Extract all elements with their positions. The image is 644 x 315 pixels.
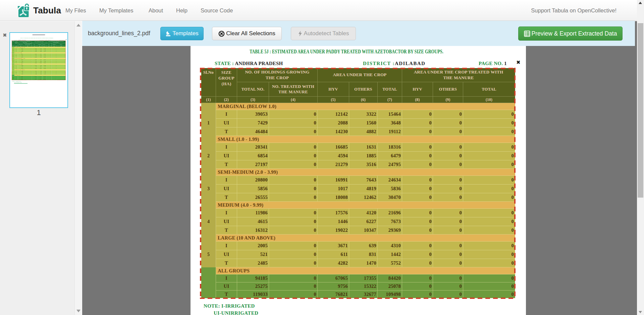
row-value-cell: 4882 <box>349 127 378 136</box>
row-value-cell: 0 <box>463 176 515 185</box>
scroll-down-icon[interactable] <box>76 310 80 312</box>
row-label-cell: T <box>216 259 237 267</box>
row-value-cell: 109498 <box>378 291 402 298</box>
row-value-cell: 0 <box>402 291 433 298</box>
row-value-cell: 0 <box>402 160 433 169</box>
row-label-cell: I <box>216 242 237 250</box>
row-label-cell: UI <box>216 185 237 193</box>
page-no-label: PAGE NO. <box>479 61 503 66</box>
row-value-cell: 0 <box>463 110 515 119</box>
row-value-cell: 0 <box>269 143 318 152</box>
header-size-group-line: (HA) <box>222 81 231 87</box>
remove-selection-icon[interactable]: ✖ <box>516 60 521 65</box>
header-sub-line: OTHERS <box>53 44 56 45</box>
row-value-cell: 16312 <box>237 226 269 234</box>
row-value-cell: 3648 <box>378 119 402 127</box>
row-value-cell: 0 <box>402 217 433 226</box>
row-value-cell: 0 <box>269 152 318 160</box>
spreadsheet-icon <box>524 31 530 37</box>
row-value-cell: 0 <box>402 282 433 291</box>
header-sub-line: THE MANURE <box>25 44 30 45</box>
row-label-cell: I <box>216 274 237 282</box>
page-thumbnail[interactable]: TABLE 5J : ESTIMATED AREA UNDER PADDY TR… <box>9 32 68 108</box>
row-value-cell: 0 <box>463 127 515 136</box>
brand-title[interactable]: Tabula <box>33 5 61 16</box>
sl-no-filler-cell <box>201 136 216 143</box>
nav-source-code[interactable]: Source Code <box>201 7 237 14</box>
autodetect-tables-button[interactable]: Autodetect Tables <box>291 27 356 40</box>
pdf-page: TABLE 5J : ESTIMATED AREA UNDER PADDY TR… <box>10 33 67 107</box>
header-sub: HYV <box>32 43 37 45</box>
row-value-cell: 0 <box>269 193 318 202</box>
window-scrollbar[interactable] <box>637 0 644 315</box>
header-sub: TOTAL <box>42 43 46 45</box>
header-group-holdings-line: NO. OF HOLDINGS GROWING <box>245 69 310 75</box>
header-group-holdings-line: THE CROP <box>23 42 27 43</box>
support-link[interactable]: Support Tabula on OpenCollective! <box>531 0 616 21</box>
row-value-cell: 7643 <box>349 176 378 185</box>
header-group-area: AREA UNDER THE CROP <box>32 41 46 43</box>
nav-about[interactable]: About <box>149 7 176 14</box>
templates-button[interactable]: Templates <box>160 27 204 40</box>
pdf-document-lock-icon <box>15 3 31 18</box>
row-value-cell: 10347 <box>349 226 378 234</box>
scrollbar-thumb[interactable] <box>638 23 643 198</box>
row-value-cell: 2005 <box>237 242 269 250</box>
nav-my-templates[interactable]: My Templates <box>99 7 149 14</box>
row-value-cell: 1470 <box>349 259 378 267</box>
sl-no-filler-cell <box>201 234 216 242</box>
row-label-cell: UI <box>216 152 237 160</box>
row-value-cell: 109498 <box>42 79 46 80</box>
header-sub: NO. TREATED WITHTHE MANURE <box>269 82 318 97</box>
row-value-cell: 0 <box>463 274 515 282</box>
row-value-cell: 12462 <box>349 193 378 202</box>
nav-links: My Files My Templates About Help Source … <box>65 0 237 21</box>
header-sub-line: TOTAL <box>43 44 45 45</box>
pdf-page: TABLE 5J : ESTIMATED AREA UNDER PADDY TR… <box>191 22 526 315</box>
row-label-cell: T <box>216 160 237 169</box>
header-sub: HYV <box>318 82 349 97</box>
nav-my-files[interactable]: My Files <box>65 7 99 14</box>
sl-no-filler-cell <box>201 169 216 176</box>
sidebar-scrollbar[interactable] <box>74 21 82 315</box>
clear-all-selections-button[interactable]: Clear All Selections <box>212 27 282 40</box>
preview-export-button[interactable]: Preview & Export Extracted Data <box>518 27 623 41</box>
clear-button-label: Clear All Selections <box>226 30 275 37</box>
row-value-cell: 76821 <box>318 291 349 298</box>
row-value-cell: 0 <box>402 250 433 259</box>
row-value-cell: 0 <box>52 79 57 80</box>
header-sub-line: HYV <box>413 87 422 92</box>
row-value-cell: 0 <box>269 250 318 259</box>
remove-selection-icon[interactable]: ✖ <box>66 39 66 40</box>
row-value-cell: 521 <box>237 250 269 259</box>
sl-no-cell: 3 <box>12 59 14 63</box>
row-label-cell: I <box>216 110 237 119</box>
row-value-cell: 5752 <box>378 259 402 267</box>
scroll-down-icon[interactable] <box>639 311 642 313</box>
header-sub-line: OTHERS <box>354 87 372 92</box>
row-label-cell: T <box>216 291 237 298</box>
row-value-cell: 24795 <box>378 160 402 169</box>
header-size-group: SIZEGROUP(HA) <box>216 68 237 97</box>
row-value-cell: 20800 <box>237 176 269 185</box>
header-sub: OTHERS <box>349 82 378 97</box>
scroll-up-icon[interactable] <box>76 24 80 27</box>
row-value-cell: 0 <box>463 259 515 267</box>
row-value-cell: 0 <box>402 176 433 185</box>
scroll-up-icon[interactable] <box>639 2 642 4</box>
row-value-cell: 0 <box>433 242 463 250</box>
row-value-cell: 119033 <box>18 79 23 80</box>
row-value-cell: 0 <box>433 274 463 282</box>
row-value-cell: 0 <box>463 160 515 169</box>
sl-no-cell <box>12 76 14 80</box>
row-label-cell: UI <box>216 282 237 291</box>
row-value-cell: 0 <box>463 250 515 259</box>
row-value-cell: 0 <box>463 291 515 298</box>
tabula-logo[interactable]: Tabula <box>15 3 61 18</box>
header-group-area-treated-line: THE MANURE <box>53 42 59 43</box>
remove-page-icon[interactable]: ✖ <box>3 33 7 38</box>
sl-no-filler-cell <box>201 103 216 110</box>
row-value-cell: 0 <box>433 259 463 267</box>
header-size-group: SIZEGROUP(HA) <box>14 41 18 46</box>
nav-help[interactable]: Help <box>176 7 201 14</box>
